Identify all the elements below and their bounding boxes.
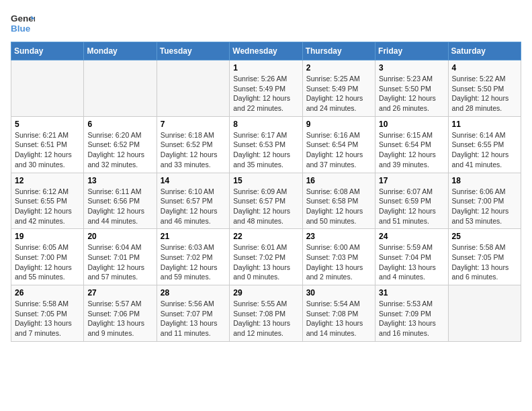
calendar-cell: 28Sunrise: 5:56 AMSunset: 7:07 PMDayligh… — [157, 285, 229, 342]
day-detail: Sunrise: 6:04 AMSunset: 7:01 PMDaylight:… — [87, 242, 152, 282]
day-detail: Sunrise: 6:09 AMSunset: 6:57 PMDaylight:… — [233, 187, 298, 226]
day-number: 23 — [306, 232, 371, 241]
day-detail: Sunrise: 5:22 AMSunset: 5:50 PMDaylight:… — [452, 74, 517, 113]
calendar-cell: 27Sunrise: 5:57 AMSunset: 7:06 PMDayligh… — [84, 285, 157, 342]
calendar-cell: 7Sunrise: 6:18 AMSunset: 6:52 PMDaylight… — [157, 116, 229, 173]
calendar-cell: 9Sunrise: 6:16 AMSunset: 6:54 PMDaylight… — [302, 116, 375, 173]
day-detail: Sunrise: 6:00 AMSunset: 7:03 PMDaylight:… — [306, 242, 371, 282]
calendar-cell: 5Sunrise: 6:21 AMSunset: 6:51 PMDaylight… — [11, 116, 84, 173]
calendar-cell: 19Sunrise: 6:05 AMSunset: 7:00 PMDayligh… — [11, 229, 84, 285]
day-detail: Sunrise: 5:54 AMSunset: 7:08 PMDaylight:… — [306, 299, 371, 338]
day-number: 18 — [452, 176, 517, 185]
calendar-cell: 2Sunrise: 5:25 AMSunset: 5:49 PMDaylight… — [302, 60, 375, 117]
calendar-cell: 10Sunrise: 6:15 AMSunset: 6:54 PMDayligh… — [375, 116, 448, 173]
day-detail: Sunrise: 6:14 AMSunset: 6:55 PMDaylight:… — [452, 130, 517, 170]
calendar-cell: 1Sunrise: 5:26 AMSunset: 5:49 PMDaylight… — [230, 60, 302, 117]
day-number: 16 — [306, 176, 371, 185]
day-detail: Sunrise: 5:25 AMSunset: 5:49 PMDaylight:… — [306, 74, 371, 113]
weekday-header: Wednesday — [230, 42, 302, 60]
day-detail: Sunrise: 6:06 AMSunset: 7:00 PMDaylight:… — [452, 187, 517, 226]
day-detail: Sunrise: 6:17 AMSunset: 6:53 PMDaylight:… — [233, 130, 298, 170]
day-number: 3 — [379, 63, 444, 73]
calendar-cell: 26Sunrise: 5:58 AMSunset: 7:05 PMDayligh… — [11, 285, 84, 342]
calendar-cell: 14Sunrise: 6:10 AMSunset: 6:57 PMDayligh… — [157, 173, 229, 229]
day-detail: Sunrise: 5:53 AMSunset: 7:09 PMDaylight:… — [379, 299, 444, 338]
day-number: 1 — [233, 63, 298, 73]
calendar-cell: 30Sunrise: 5:54 AMSunset: 7:08 PMDayligh… — [302, 285, 375, 342]
calendar-cell: 3Sunrise: 5:23 AMSunset: 5:50 PMDaylight… — [375, 60, 448, 117]
weekday-header: Thursday — [302, 42, 375, 60]
day-number: 20 — [87, 232, 152, 241]
day-number: 29 — [233, 288, 298, 298]
calendar-cell: 16Sunrise: 6:08 AMSunset: 6:58 PMDayligh… — [302, 173, 375, 229]
day-detail: Sunrise: 6:15 AMSunset: 6:54 PMDaylight:… — [379, 130, 444, 170]
weekday-header: Saturday — [448, 42, 521, 60]
day-detail: Sunrise: 6:10 AMSunset: 6:57 PMDaylight:… — [161, 187, 226, 226]
calendar-cell: 23Sunrise: 6:00 AMSunset: 7:03 PMDayligh… — [302, 229, 375, 285]
day-number: 9 — [306, 120, 371, 129]
logo: General Blue — [11, 11, 35, 35]
calendar-week-row: 12Sunrise: 6:12 AMSunset: 6:55 PMDayligh… — [11, 173, 521, 229]
day-number: 5 — [15, 120, 80, 129]
day-number: 25 — [452, 232, 517, 241]
calendar-cell: 31Sunrise: 5:53 AMSunset: 7:09 PMDayligh… — [375, 285, 448, 342]
calendar-cell: 18Sunrise: 6:06 AMSunset: 7:00 PMDayligh… — [448, 173, 521, 229]
day-number: 27 — [87, 288, 152, 298]
calendar-week-row: 19Sunrise: 6:05 AMSunset: 7:00 PMDayligh… — [11, 229, 521, 285]
day-detail: Sunrise: 5:59 AMSunset: 7:04 PMDaylight:… — [379, 242, 444, 282]
calendar-cell: 24Sunrise: 5:59 AMSunset: 7:04 PMDayligh… — [375, 229, 448, 285]
calendar-cell: 6Sunrise: 6:20 AMSunset: 6:52 PMDaylight… — [84, 116, 157, 173]
day-number: 31 — [379, 288, 444, 298]
calendar-cell: 20Sunrise: 6:04 AMSunset: 7:01 PMDayligh… — [84, 229, 157, 285]
calendar-cell — [157, 60, 229, 117]
day-number: 28 — [161, 288, 226, 298]
day-number: 22 — [233, 232, 298, 241]
calendar-cell: 4Sunrise: 5:22 AMSunset: 5:50 PMDaylight… — [448, 60, 521, 117]
calendar-cell: 29Sunrise: 5:55 AMSunset: 7:08 PMDayligh… — [230, 285, 302, 342]
calendar-cell — [448, 285, 521, 342]
day-detail: Sunrise: 5:57 AMSunset: 7:06 PMDaylight:… — [87, 299, 152, 338]
calendar-cell: 22Sunrise: 6:01 AMSunset: 7:02 PMDayligh… — [230, 229, 302, 285]
calendar-cell: 12Sunrise: 6:12 AMSunset: 6:55 PMDayligh… — [11, 173, 84, 229]
logo-icon: General Blue — [11, 11, 35, 35]
svg-text:Blue: Blue — [11, 24, 31, 34]
calendar-table: SundayMondayTuesdayWednesdayThursdayFrid… — [11, 42, 521, 342]
calendar-cell: 8Sunrise: 6:17 AMSunset: 6:53 PMDaylight… — [230, 116, 302, 173]
day-number: 12 — [15, 176, 80, 185]
day-number: 19 — [15, 232, 80, 241]
day-number: 17 — [379, 176, 444, 185]
day-detail: Sunrise: 5:26 AMSunset: 5:49 PMDaylight:… — [233, 74, 298, 113]
day-detail: Sunrise: 5:58 AMSunset: 7:05 PMDaylight:… — [452, 242, 517, 282]
calendar-week-row: 5Sunrise: 6:21 AMSunset: 6:51 PMDaylight… — [11, 116, 521, 173]
day-detail: Sunrise: 5:55 AMSunset: 7:08 PMDaylight:… — [233, 299, 298, 338]
day-number: 8 — [233, 120, 298, 129]
day-number: 6 — [87, 120, 152, 129]
day-detail: Sunrise: 6:18 AMSunset: 6:52 PMDaylight:… — [161, 130, 226, 170]
calendar-cell: 11Sunrise: 6:14 AMSunset: 6:55 PMDayligh… — [448, 116, 521, 173]
calendar-cell: 25Sunrise: 5:58 AMSunset: 7:05 PMDayligh… — [448, 229, 521, 285]
weekday-header: Sunday — [11, 42, 84, 60]
page-header: General Blue — [11, 11, 521, 35]
day-number: 7 — [161, 120, 226, 129]
day-number: 4 — [452, 63, 517, 73]
day-detail: Sunrise: 6:07 AMSunset: 6:59 PMDaylight:… — [379, 187, 444, 226]
day-detail: Sunrise: 6:20 AMSunset: 6:52 PMDaylight:… — [87, 130, 152, 170]
calendar-cell: 13Sunrise: 6:11 AMSunset: 6:56 PMDayligh… — [84, 173, 157, 229]
day-detail: Sunrise: 5:56 AMSunset: 7:07 PMDaylight:… — [161, 299, 226, 338]
day-detail: Sunrise: 5:58 AMSunset: 7:05 PMDaylight:… — [15, 299, 80, 338]
day-number: 26 — [15, 288, 80, 298]
weekday-header: Tuesday — [157, 42, 229, 60]
weekday-header: Friday — [375, 42, 448, 60]
calendar-cell: 17Sunrise: 6:07 AMSunset: 6:59 PMDayligh… — [375, 173, 448, 229]
day-number: 13 — [87, 176, 152, 185]
day-detail: Sunrise: 6:03 AMSunset: 7:02 PMDaylight:… — [161, 242, 226, 282]
calendar-cell — [84, 60, 157, 117]
calendar-header-row: SundayMondayTuesdayWednesdayThursdayFrid… — [11, 42, 521, 60]
day-number: 14 — [161, 176, 226, 185]
day-detail: Sunrise: 6:08 AMSunset: 6:58 PMDaylight:… — [306, 187, 371, 226]
weekday-header: Monday — [84, 42, 157, 60]
calendar-week-row: 1Sunrise: 5:26 AMSunset: 5:49 PMDaylight… — [11, 60, 521, 117]
calendar-cell — [11, 60, 84, 117]
day-detail: Sunrise: 6:12 AMSunset: 6:55 PMDaylight:… — [15, 187, 80, 226]
day-detail: Sunrise: 6:01 AMSunset: 7:02 PMDaylight:… — [233, 242, 298, 282]
